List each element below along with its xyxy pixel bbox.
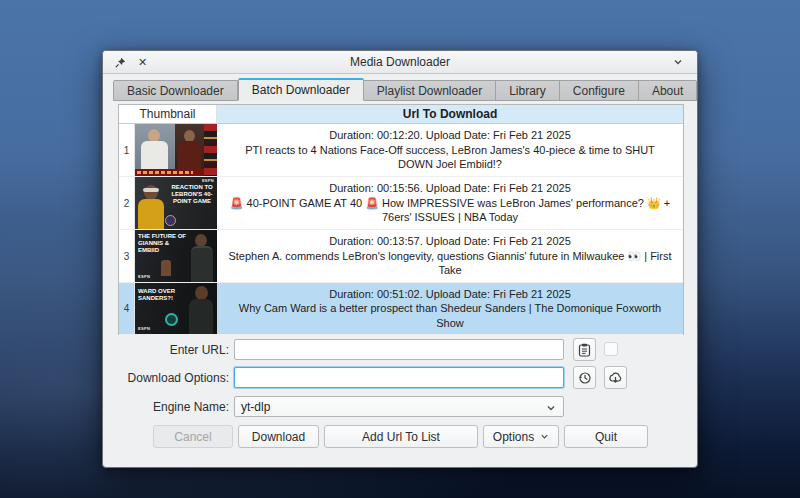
- chevron-down-icon: [540, 432, 549, 441]
- table-row[interactable]: Duration: 00:12:20. Upload Date: Fri Feb…: [217, 124, 683, 177]
- tab-label: Library: [509, 84, 546, 98]
- action-button-row: Cancel Download Add Url To List Options …: [103, 425, 697, 448]
- video-thumbnail[interactable]: [135, 124, 217, 177]
- add-url-to-list-button[interactable]: Add Url To List: [324, 425, 478, 448]
- thumbnail-caption: WARD OVER SANDERS?!: [138, 288, 190, 302]
- thumbnail-caption: THE FUTURE OF GIANNIS & EMBIID: [138, 233, 186, 254]
- thumbnail-caption: REACTION TO LEBRON'S 40-POINT GAME: [169, 184, 215, 205]
- tab-label: Batch Downloader: [252, 83, 350, 97]
- tab-label: Playlist Downloader: [377, 84, 482, 98]
- column-header-thumbnail[interactable]: Thumbnail: [119, 105, 217, 124]
- options-button-label: Options: [493, 430, 534, 444]
- column-header-url[interactable]: Url To Download: [217, 105, 683, 124]
- titlebar: ✕ Media Downloader: [103, 51, 697, 74]
- tab-basic-downloader[interactable]: Basic Downloader: [113, 80, 238, 101]
- clipboard-icon: [578, 343, 591, 357]
- download-button[interactable]: Download: [238, 425, 319, 448]
- download-options-label: Download Options:: [103, 371, 229, 385]
- video-thumbnail[interactable]: WARD OVER SANDERS?! ESPN: [135, 283, 217, 335]
- engine-selected-value: yt-dlp: [241, 400, 270, 414]
- video-title: Stephen A. commends LeBron's longevity, …: [227, 249, 673, 278]
- chevron-down-icon: [546, 403, 556, 413]
- engine-select[interactable]: yt-dlp: [234, 396, 564, 417]
- video-title: PTI reacts to 4 Nations Face-Off success…: [227, 143, 673, 172]
- video-meta: Duration: 00:12:20. Upload Date: Fri Feb…: [329, 128, 571, 143]
- video-meta: Duration: 00:15:56. Upload Date: Fri Feb…: [329, 181, 571, 196]
- download-list-table: Thumbnail Url To Download 1 Duration: 00…: [118, 104, 684, 335]
- tab-bar: Basic Downloader Batch Downloader Playli…: [113, 78, 697, 101]
- thumbnail-image: WARD OVER SANDERS?! ESPN: [135, 283, 217, 334]
- quit-button[interactable]: Quit: [564, 425, 648, 448]
- cloud-download-icon: [608, 371, 623, 384]
- paste-clipboard-button[interactable]: [573, 338, 596, 361]
- thumbnail-image: THE FUTURE OF GIANNIS & EMBIID ESPN: [135, 230, 217, 282]
- row-number: 2: [119, 177, 135, 230]
- window-title: Media Downloader: [103, 55, 697, 69]
- video-title: Why Cam Ward is a better prospect than S…: [227, 301, 673, 330]
- chevron-down-icon[interactable]: [671, 55, 687, 71]
- tab-batch-downloader[interactable]: Batch Downloader: [238, 78, 364, 101]
- row-number: 4: [119, 283, 135, 335]
- video-thumbnail[interactable]: ESPN REACTION TO LEBRON'S 40-POINT GAME: [135, 177, 217, 230]
- media-downloader-window: ✕ Media Downloader Basic Downloader Batc…: [102, 50, 698, 468]
- video-meta: Duration: 00:51:02. Upload Date: Fri Feb…: [329, 287, 571, 302]
- espn-logo: ESPN: [202, 178, 214, 183]
- table-row-selected[interactable]: Duration: 00:51:02. Upload Date: Fri Feb…: [217, 283, 683, 335]
- row-number: 3: [119, 230, 135, 283]
- tab-label: About: [652, 84, 683, 98]
- tab-about[interactable]: About: [639, 80, 697, 101]
- options-button[interactable]: Options: [483, 425, 559, 448]
- engine-name-label: Engine Name:: [103, 400, 229, 414]
- tab-label: Basic Downloader: [127, 84, 224, 98]
- video-title: 🚨 40-POINT GAME AT 40 🚨 How IMPRESSIVE w…: [227, 196, 673, 225]
- table-row[interactable]: Duration: 00:15:56. Upload Date: Fri Feb…: [217, 177, 683, 230]
- download-options-input[interactable]: [234, 367, 564, 388]
- cancel-button[interactable]: Cancel: [153, 425, 233, 448]
- tab-configure[interactable]: Configure: [560, 80, 639, 101]
- url-checkbox[interactable]: [604, 342, 618, 356]
- options-history-button[interactable]: [573, 366, 596, 389]
- enter-url-label: Enter URL:: [103, 343, 229, 357]
- thumbnail-image: [135, 124, 217, 176]
- video-thumbnail[interactable]: THE FUTURE OF GIANNIS & EMBIID ESPN: [135, 230, 217, 283]
- history-clock-icon: [578, 371, 592, 385]
- espn-logo: ESPN: [138, 274, 150, 279]
- row-number: 1: [119, 124, 135, 177]
- table-row[interactable]: Duration: 00:13:57. Upload Date: Fri Feb…: [217, 230, 683, 283]
- espn-logo: ESPN: [138, 326, 150, 331]
- tab-label: Configure: [573, 84, 625, 98]
- video-meta: Duration: 00:13:57. Upload Date: Fri Feb…: [329, 234, 571, 249]
- download-defaults-button[interactable]: [604, 366, 627, 389]
- tab-library[interactable]: Library: [496, 80, 560, 101]
- thumbnail-image: ESPN REACTION TO LEBRON'S 40-POINT GAME: [135, 177, 217, 229]
- tab-playlist-downloader[interactable]: Playlist Downloader: [364, 80, 496, 101]
- url-input[interactable]: [234, 339, 564, 360]
